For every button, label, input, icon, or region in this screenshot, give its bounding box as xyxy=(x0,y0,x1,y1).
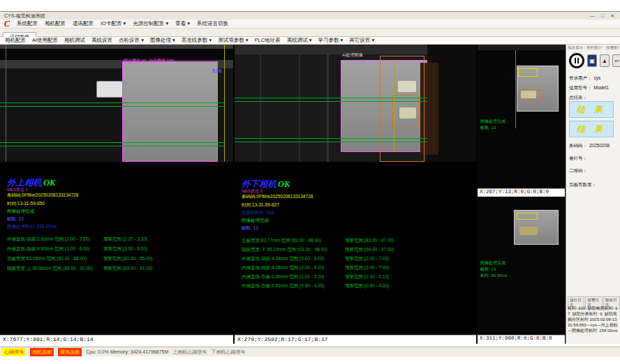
menu-bar: C 系统配置 相机配置 通讯配置 IO卡配置 ▾ 光源控制配置 ▾ 查看 ▾ 系… xyxy=(0,20,620,29)
pixel-coordinates-readout: X:311;Y:980;R:0;G:0;B:0 xyxy=(478,335,565,344)
measurement-value: 正极宽度:83.77mm 范围:(82.00 - 88.00) xyxy=(242,238,321,243)
menu-item-camera-config[interactable]: 相机配置 xyxy=(45,20,66,27)
measurement-row: 内侧直线-负极:1.90mm 范围:(1.00 - 2.20) 预警范围:(1.… xyxy=(242,274,473,280)
toolbar-item-camera-config[interactable]: 相机配置 xyxy=(5,37,26,44)
measurement-row: 外侧直线-隔膜:4.38mm 范围:(0.00 - 9.00) 预警范围:(2.… xyxy=(242,256,473,262)
measurement-warning: 预警范围:(81.00 - 85.00) xyxy=(103,256,152,262)
measurement-row: 内侧直线-隔膜:4.60mm 范围:(3.00 - 6.00) 预警范围:(3.… xyxy=(7,246,230,252)
status-line: 图像处理完成 xyxy=(480,119,505,125)
measurement-warning: 预警范围:(83.00 - 87.00) xyxy=(345,238,394,244)
menu-item-view[interactable]: 查看 ▾ xyxy=(175,20,190,27)
toolbar: 相机配置 AI使用配置 相机调试 离线设置 点检设置 ▾ 图像处理 ▾ 基准线参… xyxy=(0,37,620,45)
menu-item-io-config[interactable]: IO卡配置 ▾ xyxy=(101,20,126,27)
log-panel[interactable]: 耗时: 222, 缺陷检测耗时: 17, 缺陷分类耗时: 0, 缺陷视频分区耗时… xyxy=(568,305,619,343)
process-status: 图像处理完成 xyxy=(242,218,269,224)
measure-overlay-value: 5.88 xyxy=(212,68,222,73)
menu-item-light-config[interactable]: 光源控制配置 ▾ xyxy=(133,20,168,27)
measurement-row: 内侧直线-隔膜:4.28mm 范围:(0.00 - 9.00) 预警范围:(2.… xyxy=(242,265,473,271)
image-structure-line xyxy=(299,54,300,162)
camera-view-upper: 固定阈值:93, 动态阈值:100 5.88 外上相机OK MES发送:1 条码… xyxy=(0,45,233,344)
baseline-overlay xyxy=(0,103,225,103)
menu-item-system-config[interactable]: 系统配置 xyxy=(17,20,38,27)
barcode-text: 条码码:0Ffline20250208133134728 xyxy=(242,194,313,200)
toolbar-item-baseline-params[interactable]: 基准线参数 ▾ xyxy=(182,37,212,44)
pause-button[interactable] xyxy=(569,53,584,68)
barcode-label: 条码码： xyxy=(569,143,587,148)
toolbar-item-spot-check[interactable]: 点检设置 ▾ xyxy=(119,37,144,44)
tab-camera-view-2[interactable]: 图像处理完成 帧数: 13 耗时: 96.00ms xyxy=(478,197,565,335)
lower-camera-heartbeat: 下相机心跳信号 xyxy=(211,349,245,356)
tab-camera-view-1[interactable]: 图像处理完成 帧数: 13 xyxy=(478,45,565,188)
trigger-button[interactable]: ▲ xyxy=(600,54,610,67)
measurement-warning: 预警范围:(2.00 - 7.00) xyxy=(345,265,389,271)
toolbar-item-image-processing[interactable]: 图像处理 ▾ xyxy=(150,37,175,44)
toolbar-item-plc-address[interactable]: PLC地址表 xyxy=(255,37,281,44)
camera-capture-button[interactable]: ▣ xyxy=(587,54,597,67)
app-logo-icon: C xyxy=(4,20,10,27)
highlight-glint xyxy=(519,227,538,235)
measurement-warning: 预警范围:(2.00 - 7.00) xyxy=(345,256,389,262)
camera-name: 外上相机 xyxy=(7,178,42,188)
measurement-value: 外侧直线-负极:2.61mm 范围:(0.60 - 4.00) xyxy=(242,283,324,288)
measurement-value: 隔膜宽度-下:95.24mm 范围:(93.00 - 98.00) xyxy=(242,247,327,252)
toolbar-item-other-settings[interactable]: 其它设置 ▾ xyxy=(349,37,374,44)
status-lines: 图像处理完成 帧数: 13 xyxy=(480,119,505,131)
status-line: 帧数: 13 xyxy=(480,266,507,273)
pause-icon xyxy=(577,58,579,63)
baseline-overlay xyxy=(0,106,225,107)
toolbar-item-ai-config[interactable]: AI使用配置 xyxy=(32,37,58,44)
toolbar-item-test-params[interactable]: 测试项参数 ▾ xyxy=(218,37,248,44)
pixel-coordinates-readout: X:7677;Y:891;R:14;G:14;B:14 xyxy=(0,335,233,344)
measurement-warning: 预警范围:(1.10 - 2.10) xyxy=(345,274,389,280)
reset-button[interactable]: ↩ xyxy=(612,54,620,67)
close-button[interactable]: ✕ xyxy=(610,13,614,19)
measurement-value: 外侧直线-隔膜:2.91mm 范围:(2.00 - 3.50) xyxy=(7,236,89,241)
camera-connection-badge: 相机连接 xyxy=(30,348,54,356)
panel-header: 报表显示：耗时统计：报警统计 xyxy=(568,45,619,50)
pin-number-label: 卷针号： xyxy=(569,156,587,162)
baseline-overlay xyxy=(235,101,427,102)
barcode-value: 20250208 xyxy=(589,143,610,148)
measurement-row: 负极宽度:83.05mm 范围:(80.00 - 86.00) 预警范围:(81… xyxy=(7,256,230,262)
return-icon: ↩ xyxy=(615,58,620,64)
measurement-warning: 预警范围:(94.00 - 97.00) xyxy=(345,247,394,253)
overlay-line xyxy=(515,50,516,128)
measurement-warning: 预警范围:(89.00 - 91.00) xyxy=(103,266,152,272)
baseline-overlay xyxy=(235,98,427,98)
minimize-button[interactable]: — xyxy=(590,13,595,19)
measurement-value: 负极宽度:83.05mm 范围:(80.00 - 86.00) xyxy=(7,256,87,261)
time-text: 时间:13-31-59-627 xyxy=(242,202,279,208)
window-title: CYS-视觉检测系统 xyxy=(0,13,45,20)
tab-detection-box xyxy=(517,213,538,220)
camera-image-lower[interactable]: AI处理图像 xyxy=(235,45,476,162)
measurement-value: 外侧直线-隔膜:4.38mm 范围:(0.00 - 9.00) xyxy=(242,256,324,261)
measurement-row: 隔膜宽度-上:90.56mm 范围:(88.00 - 92.00) 预警范围:(… xyxy=(7,266,230,272)
status-bar: 心跳信号 相机连接 通讯连接 Cpu: 0.0% Memory: 3424.41… xyxy=(0,347,620,356)
elapsed-time: 图像处理耗时: 258.00ms xyxy=(7,224,57,230)
image-structure-line xyxy=(260,54,261,162)
ai-detection-box xyxy=(392,95,419,128)
heartbeat-badge: 心跳信号 xyxy=(2,348,26,356)
baseline-overlay xyxy=(0,142,225,143)
camera-image-upper[interactable]: 固定阈值:93, 动态阈值:100 5.88 xyxy=(0,45,233,162)
separator-sheet-roi xyxy=(122,61,218,162)
cpu-memory-readout: Cpu: 0.0% Memory: 3424.41796875M xyxy=(86,349,168,354)
menu-item-comm-config[interactable]: 通讯配置 xyxy=(73,20,94,27)
threshold-overlay-text: 固定阈值:93, 动态阈值:100 xyxy=(124,58,173,64)
maximize-button[interactable]: □ xyxy=(601,13,604,19)
status-line: 图像处理完成 xyxy=(480,260,507,266)
toolbar-item-offline-settings[interactable]: 离线设置 xyxy=(91,37,112,44)
toolbar-item-camera-debug[interactable]: 相机调试 xyxy=(64,37,85,44)
login-user-value: cys xyxy=(594,75,601,80)
toolbar-item-learning-params[interactable]: 学习参数 ▾ xyxy=(318,37,343,44)
camera-icon: ▣ xyxy=(589,58,595,64)
measurement-value: 隔膜宽度-上:90.56mm 范围:(88.00 - 92.00) xyxy=(7,266,93,271)
qr-code-label: 二维码： xyxy=(569,168,587,174)
status-line: 耗时: 96.00ms xyxy=(480,273,507,279)
baseline-overlay xyxy=(0,146,225,146)
measurement-warning: 预警范围:(3.00 - 6.00) xyxy=(103,246,147,252)
measurement-row: 隔膜宽度-下:95.24mm 范围:(93.00 - 98.00) 预警范围:(… xyxy=(242,247,473,253)
menu-item-language-switch[interactable]: 系统语言切换 xyxy=(197,20,228,27)
toolbar-item-offline-debug[interactable]: 离线调试 ▾ xyxy=(287,37,312,44)
barcode-text: 条码码:0Ffline20250208133134728 xyxy=(7,192,78,199)
